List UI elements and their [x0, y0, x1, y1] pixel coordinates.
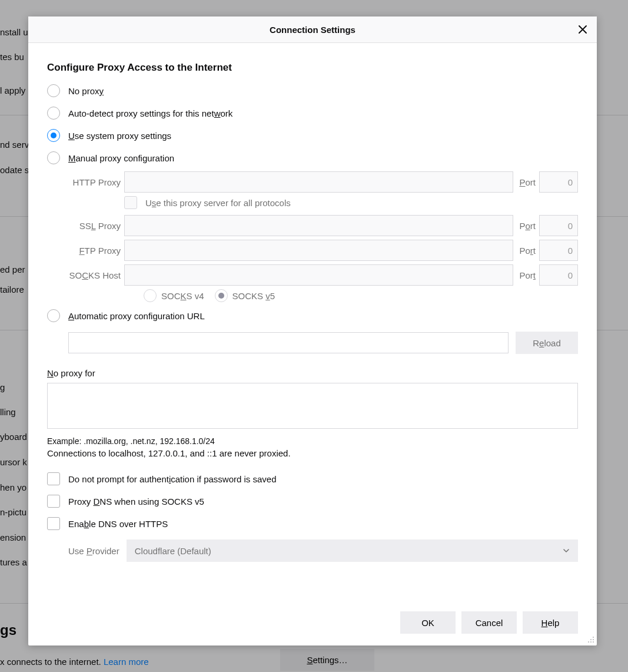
example-hint: Example: .mozilla.org, .net.nz, 192.168.… [47, 436, 578, 446]
checkbox-dns-over-https[interactable] [47, 517, 60, 530]
no-proxy-for-label: No proxy for [47, 368, 578, 378]
chevron-down-icon [563, 547, 570, 554]
radio-auto-detect-label[interactable]: Auto-detect proxy settings for this netw… [68, 108, 232, 118]
dns-over-https-label[interactable]: Enable DNS over HTTPS [68, 519, 168, 529]
http-port-input[interactable] [539, 171, 578, 193]
provider-selected-value: Cloudflare (Default) [135, 546, 211, 556]
radio-no-proxy[interactable] [47, 84, 60, 97]
ssl-port-input[interactable] [539, 215, 578, 236]
close-button[interactable] [574, 21, 591, 38]
bg-text: tailore [0, 284, 24, 294]
dialog-body: Configure Proxy Access to the Internet N… [28, 43, 597, 604]
bg-text: n-pictu [0, 507, 26, 517]
http-port-label: Port [519, 177, 536, 187]
bg-text: tures a [0, 557, 27, 567]
radio-socks-v4[interactable] [144, 289, 157, 302]
svg-point-0 [593, 637, 594, 638]
help-button[interactable]: Help [523, 611, 578, 634]
ftp-port-input[interactable] [539, 240, 578, 261]
provider-select[interactable]: Cloudflare (Default) [127, 539, 578, 562]
ok-button[interactable]: OK [400, 611, 456, 634]
bg-text: nstall u [0, 27, 28, 37]
bg-text: nd serv [0, 140, 29, 150]
no-auth-prompt-label[interactable]: Do not prompt for authentication if pass… [68, 474, 277, 484]
bg-section-title: gs [0, 622, 16, 638]
socks-v4-label[interactable]: SOCKS v4 [161, 291, 204, 301]
socks-host-label: SOCKS Host [68, 270, 124, 280]
bg-text: g [0, 382, 5, 392]
no-proxy-for-textarea[interactable] [47, 383, 578, 429]
radio-use-system-label[interactable]: Use system proxy settings [68, 131, 171, 141]
provider-label: Use Provider [68, 546, 119, 556]
checkbox-use-all-protocols[interactable] [124, 196, 137, 209]
bg-text: hen yo [0, 482, 26, 492]
ssl-proxy-input[interactable] [124, 215, 513, 236]
reload-button[interactable]: Reload [516, 332, 578, 354]
ftp-port-label: Port [519, 246, 536, 256]
checkbox-no-auth-prompt[interactable] [47, 472, 60, 485]
bg-text: ension [0, 532, 26, 542]
use-all-protocols-label[interactable]: Use this proxy server for all protocols [145, 198, 291, 208]
bg-text: l apply [0, 85, 25, 95]
close-icon [578, 25, 587, 34]
radio-auto-detect[interactable] [47, 107, 60, 120]
radio-manual-label[interactable]: Manual proxy configuration [68, 153, 174, 163]
cancel-button[interactable]: Cancel [461, 611, 517, 634]
radio-auto-config-url-label[interactable]: Automatic proxy configuration URL [68, 311, 205, 321]
localhost-note: Connections to localhost, 127.0.0.1, and… [47, 448, 578, 458]
bg-text: tes bu [0, 52, 24, 62]
connection-settings-dialog: Connection Settings Configure Proxy Acce… [28, 16, 597, 645]
proxy-dns-socks5-label[interactable]: Proxy DNS when using SOCKS v5 [68, 496, 204, 507]
ftp-proxy-input[interactable] [124, 240, 513, 261]
learn-more-link[interactable]: Learn more [104, 657, 149, 667]
bg-settings-button[interactable]: SSettings…ettings… [280, 649, 374, 671]
socks-host-input[interactable] [124, 264, 513, 286]
manual-proxy-section: HTTP Proxy Port Use this proxy server fo… [68, 171, 578, 302]
section-heading: Configure Proxy Access to the Internet [47, 62, 578, 74]
svg-point-1 [590, 639, 592, 640]
bg-text: x connects to the internet. Learn more [0, 657, 149, 667]
socks-v5-label[interactable]: SOCKS v5 [232, 291, 275, 301]
dialog-title: Connection Settings [270, 25, 355, 35]
pac-url-input[interactable] [68, 332, 509, 353]
dialog-header: Connection Settings [28, 16, 597, 43]
http-proxy-input[interactable] [124, 171, 513, 193]
svg-point-5 [593, 641, 594, 643]
ssl-proxy-label: SSL Proxy [68, 221, 124, 231]
radio-manual[interactable] [47, 151, 60, 164]
ssl-port-label: Port [519, 221, 536, 231]
radio-no-proxy-label[interactable]: No proxy [68, 86, 104, 96]
bg-text: lling [0, 407, 16, 417]
svg-point-4 [590, 641, 592, 643]
bg-text: ursor k [0, 457, 27, 467]
http-proxy-label: HTTP Proxy [68, 177, 124, 187]
radio-auto-config-url[interactable] [47, 309, 60, 322]
bg-text: ed per [0, 264, 25, 274]
bg-text: yboard [0, 432, 27, 442]
socks-port-input[interactable] [539, 264, 578, 286]
radio-use-system[interactable] [47, 129, 60, 142]
bg-text: odate s [0, 165, 29, 175]
dialog-footer: OK Cancel Help [28, 604, 597, 645]
svg-point-3 [588, 641, 589, 643]
socks-port-label: Port [519, 270, 536, 280]
resize-grip-icon[interactable] [587, 636, 594, 643]
svg-point-2 [593, 639, 594, 640]
ftp-proxy-label: FTP Proxy [68, 246, 124, 256]
checkbox-proxy-dns-socks5[interactable] [47, 495, 60, 508]
radio-socks-v5[interactable] [215, 289, 228, 302]
